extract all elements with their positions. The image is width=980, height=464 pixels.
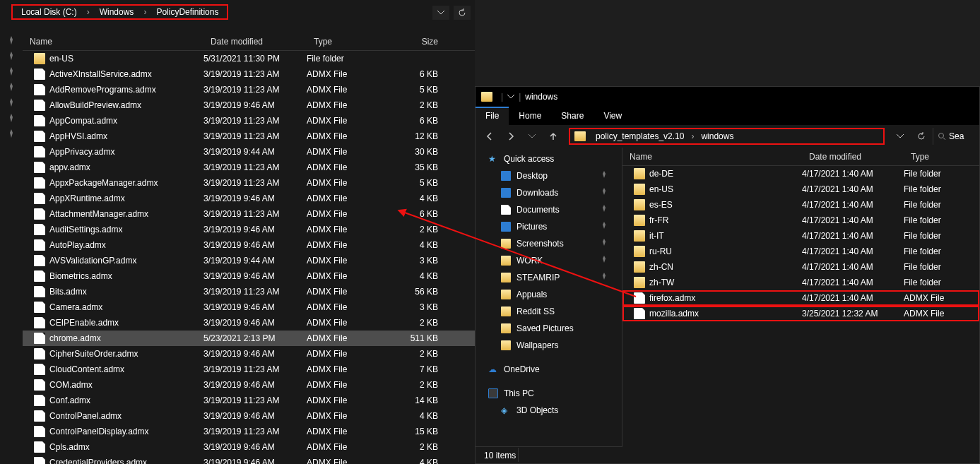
file-row[interactable]: de-DE4/17/2021 1:40 AMFile folder	[622, 166, 979, 182]
file-row[interactable]: Conf.admx3/19/2019 11:23 AMADMX File14 K…	[23, 393, 475, 408]
file-name: AppPrivacy.admx	[49, 147, 203, 157]
pin-icon[interactable]	[6, 129, 16, 138]
file-row[interactable]: CipherSuiteOrder.admx3/19/2019 9:46 AMAD…	[23, 346, 475, 362]
header-size[interactable]: Size	[389, 37, 445, 47]
pin-icon[interactable]	[6, 113, 16, 123]
file-row[interactable]: Bits.admx3/19/2019 11:23 AMADMX File56 K…	[23, 284, 475, 299]
crumb-policydefinitions[interactable]: PolicyDefinitions	[152, 6, 223, 18]
file-row[interactable]: en-US5/31/2021 11:30 PMFile folder	[23, 51, 475, 66]
file-icon	[34, 84, 45, 95]
file-row[interactable]: zh-CN4/17/2021 1:40 AMFile folder	[622, 259, 979, 275]
tree-item[interactable]: Screenshots	[476, 235, 622, 252]
file-icon	[34, 224, 45, 235]
refresh-button[interactable]	[911, 126, 931, 146]
file-row[interactable]: firefox.admx4/17/2021 1:40 AMADMX File	[622, 290, 979, 306]
file-row[interactable]: AppxPackageManager.admx3/19/2019 11:23 A…	[23, 175, 475, 191]
pin-icon[interactable]	[6, 35, 16, 45]
file-row[interactable]: es-ES4/17/2021 1:40 AMFile folder	[622, 197, 979, 213]
address-bar[interactable]: policy_templates_v2.10 › windows	[569, 128, 885, 145]
tree-item[interactable]: Documents	[476, 201, 622, 218]
file-row[interactable]: chrome.admx5/23/2021 2:13 PMADMX File511…	[23, 331, 475, 346]
header-date[interactable]: Date modified	[802, 152, 904, 162]
tree-item[interactable]: Pictures	[476, 218, 622, 235]
file-row[interactable]: AttachmentManager.admx3/19/2019 11:23 AM…	[23, 206, 475, 222]
file-row[interactable]: fr-FR4/17/2021 1:40 AMFile folder	[622, 213, 979, 228]
file-row[interactable]: AppXRuntime.admx3/19/2019 9:46 AMADMX Fi…	[23, 191, 475, 206]
tree-3d-objects[interactable]: ◈ 3D Objects	[476, 402, 622, 419]
tab-file[interactable]: File	[476, 107, 509, 125]
file-row[interactable]: Biometrics.admx3/19/2019 9:46 AMADMX Fil…	[23, 268, 475, 284]
tab-share[interactable]: Share	[551, 107, 594, 125]
crumb-windows[interactable]: windows	[697, 130, 738, 143]
title-bar[interactable]: | | windows	[476, 87, 979, 107]
file-row[interactable]: AppPrivacy.admx3/19/2019 9:44 AMADMX Fil…	[23, 144, 475, 160]
tab-view[interactable]: View	[594, 107, 632, 125]
crumb-templates[interactable]: policy_templates_v2.10	[591, 130, 688, 143]
tree-item[interactable]: STEAMRIP	[476, 269, 622, 286]
crumb-root[interactable]: Local Disk (C:)	[17, 6, 81, 18]
file-row[interactable]: ControlPanelDisplay.admx3/19/2019 11:23 …	[23, 424, 475, 439]
tree-item[interactable]: Appuals	[476, 286, 622, 303]
tree-item[interactable]: Saved Pictures	[476, 320, 622, 337]
tree-item[interactable]: Wallpapers	[476, 337, 622, 354]
tree-item[interactable]: Downloads	[476, 184, 622, 201]
file-row[interactable]: appv.admx3/19/2019 11:23 AMADMX File35 K…	[23, 160, 475, 175]
file-row[interactable]: CloudContent.admx3/19/2019 11:23 AMADMX …	[23, 362, 475, 377]
back-button[interactable]	[480, 126, 500, 146]
tree-label: Screenshots	[516, 239, 564, 249]
file-row[interactable]: ActiveXInstallService.admx3/19/2019 11:2…	[23, 66, 475, 82]
file-row[interactable]: AVSValidationGP.admx3/19/2019 9:44 AMADM…	[23, 253, 475, 268]
folder-icon	[634, 215, 645, 226]
tree-item[interactable]: WORK	[476, 252, 622, 269]
file-row[interactable]: AllowBuildPreview.admx3/19/2019 9:46 AMA…	[23, 97, 475, 113]
dropdown-icon[interactable]	[507, 93, 514, 100]
file-list[interactable]: Name Date modified Type de-DE4/17/2021 1…	[622, 148, 979, 446]
recent-dropdown[interactable]	[522, 126, 542, 146]
file-row[interactable]: AutoPlay.admx3/19/2019 9:46 AMADMX File4…	[23, 237, 475, 253]
tree-onedrive[interactable]: ☁ OneDrive	[476, 361, 622, 378]
header-type[interactable]: Type	[307, 37, 389, 47]
tree-item[interactable]: Reddit SS	[476, 303, 622, 320]
file-row[interactable]: Cpls.admx3/19/2019 9:46 AMADMX File2 KB	[23, 439, 475, 455]
file-row[interactable]: it-IT4/17/2021 1:40 AMFile folder	[622, 228, 979, 244]
pin-icon	[601, 239, 608, 246]
tree-quick-access[interactable]: ★ Quick access	[476, 150, 622, 167]
history-dropdown-button[interactable]	[890, 126, 910, 146]
file-row[interactable]: CEIPEnable.admx3/19/2019 9:46 AMADMX Fil…	[23, 315, 475, 331]
tree-this-pc[interactable]: This PC	[476, 385, 622, 402]
file-row[interactable]: zh-TW4/17/2021 1:40 AMFile folder	[622, 275, 979, 290]
tab-home[interactable]: Home	[509, 107, 551, 125]
forward-button[interactable]	[501, 126, 521, 146]
pin-icon[interactable]	[6, 82, 16, 92]
breadcrumb[interactable]: Local Disk (C:) › Windows › PolicyDefini…	[11, 4, 228, 20]
header-type[interactable]: Type	[904, 152, 967, 162]
file-row[interactable]: AppCompat.admx3/19/2019 11:23 AMADMX Fil…	[23, 113, 475, 129]
column-headers[interactable]: Name Date modified Type	[622, 148, 979, 166]
file-row[interactable]: en-US4/17/2021 1:40 AMFile folder	[622, 182, 979, 197]
pin-icon[interactable]	[6, 66, 16, 76]
pin-icon[interactable]	[6, 51, 16, 61]
navigation-tree[interactable]: ★ Quick access DesktopDownloadsDocuments…	[476, 148, 622, 446]
search-box[interactable]: Sea	[933, 128, 975, 145]
file-row[interactable]: ru-RU4/17/2021 1:40 AMFile folder	[622, 244, 979, 259]
file-row[interactable]: CredentialProviders.admx3/19/2019 9:46 A…	[23, 455, 475, 464]
header-name[interactable]: Name	[622, 152, 802, 162]
crumb-windows[interactable]: Windows	[95, 6, 138, 18]
file-name: firefox.admx	[649, 293, 802, 303]
file-list[interactable]: Name Date modified Type Size en-US5/31/2…	[23, 32, 475, 464]
file-row[interactable]: Camera.admx3/19/2019 9:46 AMADMX File3 K…	[23, 299, 475, 315]
refresh-button[interactable]	[454, 6, 471, 20]
file-row[interactable]: ControlPanel.admx3/19/2019 9:46 AMADMX F…	[23, 408, 475, 424]
file-row[interactable]: AppHVSI.admx3/19/2019 11:23 AMADMX File1…	[23, 129, 475, 144]
header-name[interactable]: Name	[23, 37, 203, 47]
file-row[interactable]: mozilla.admx3/25/2021 12:32 AMADMX File	[622, 306, 979, 321]
pin-icon[interactable]	[6, 97, 16, 107]
tree-item[interactable]: Desktop	[476, 167, 622, 184]
file-row[interactable]: COM.admx3/19/2019 9:46 AMADMX File2 KB	[23, 377, 475, 393]
file-row[interactable]: AuditSettings.admx3/19/2019 9:46 AMADMX …	[23, 222, 475, 237]
history-dropdown-button[interactable]	[432, 6, 449, 20]
file-row[interactable]: AddRemovePrograms.admx3/19/2019 11:23 AM…	[23, 82, 475, 97]
column-headers[interactable]: Name Date modified Type Size	[23, 32, 475, 51]
header-date[interactable]: Date modified	[203, 37, 307, 47]
up-button[interactable]	[543, 126, 563, 146]
